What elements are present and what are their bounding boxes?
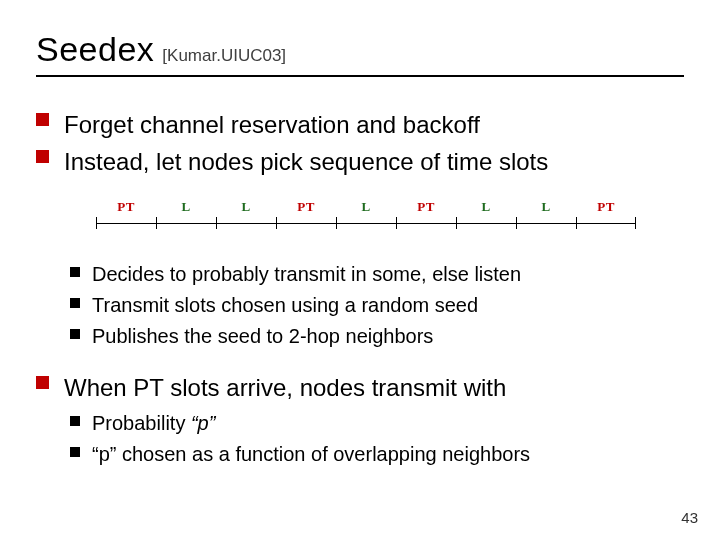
sub-bullet-list-a: Decides to probably transmit in some, el… xyxy=(70,261,684,350)
timeline-label: L xyxy=(216,199,276,215)
timeline-tick xyxy=(635,217,636,229)
timeline-labels: PT L L PT L PT L L PT xyxy=(96,199,636,215)
timeline-tick xyxy=(396,217,397,229)
timeline-label: PT xyxy=(276,199,336,215)
sub-bullet-item: Probability “p” xyxy=(70,410,684,437)
timeline-label: L xyxy=(156,199,216,215)
sub-bullet-item: “p” chosen as a function of overlapping … xyxy=(70,441,684,468)
timeline-label: PT xyxy=(576,199,636,215)
timeline-tick xyxy=(156,217,157,229)
timeline-tick xyxy=(456,217,457,229)
sub-bullet-item: Decides to probably transmit in some, el… xyxy=(70,261,684,288)
slide-title: Seedex xyxy=(36,30,154,69)
sub-bullet-text: Probability “p” xyxy=(92,412,215,434)
slide-citation: [Kumar.UIUC03] xyxy=(162,46,286,66)
timeline-label: L xyxy=(456,199,516,215)
sub-bullet-list-b: Probability “p” “p” chosen as a function… xyxy=(70,410,684,468)
bullet-item: Instead, let nodes pick sequence of time… xyxy=(36,146,684,177)
sub-bullet-item: Publishes the seed to 2-hop neighbors xyxy=(70,323,684,350)
timeline-label: PT xyxy=(396,199,456,215)
title-row: Seedex [Kumar.UIUC03] xyxy=(36,30,684,69)
timeline-tick xyxy=(576,217,577,229)
sub-bullet-item: Transmit slots chosen using a random see… xyxy=(70,292,684,319)
slide: Seedex [Kumar.UIUC03] Forget channel res… xyxy=(0,0,720,540)
timeline-tick xyxy=(336,217,337,229)
timeline-label: L xyxy=(336,199,396,215)
spacer xyxy=(36,354,684,372)
timeline-tick xyxy=(276,217,277,229)
timeline-tick xyxy=(96,217,97,229)
timeline-diagram: PT L L PT L PT L L PT xyxy=(96,199,636,231)
bullet-list-mid: When PT slots arrive, nodes transmit wit… xyxy=(36,372,684,403)
timeline-tick xyxy=(216,217,217,229)
spacer xyxy=(36,231,684,261)
timeline-axis xyxy=(96,217,636,231)
timeline-line xyxy=(96,223,636,224)
bullet-item: Forget channel reservation and backoff xyxy=(36,109,684,140)
timeline-tick xyxy=(516,217,517,229)
bullet-item: When PT slots arrive, nodes transmit wit… xyxy=(36,372,684,403)
timeline-label: L xyxy=(516,199,576,215)
page-number: 43 xyxy=(681,509,698,526)
bullet-list-top: Forget channel reservation and backoff I… xyxy=(36,109,684,177)
title-rule xyxy=(36,75,684,77)
slide-body: Forget channel reservation and backoff I… xyxy=(36,109,684,468)
timeline-label: PT xyxy=(96,199,156,215)
